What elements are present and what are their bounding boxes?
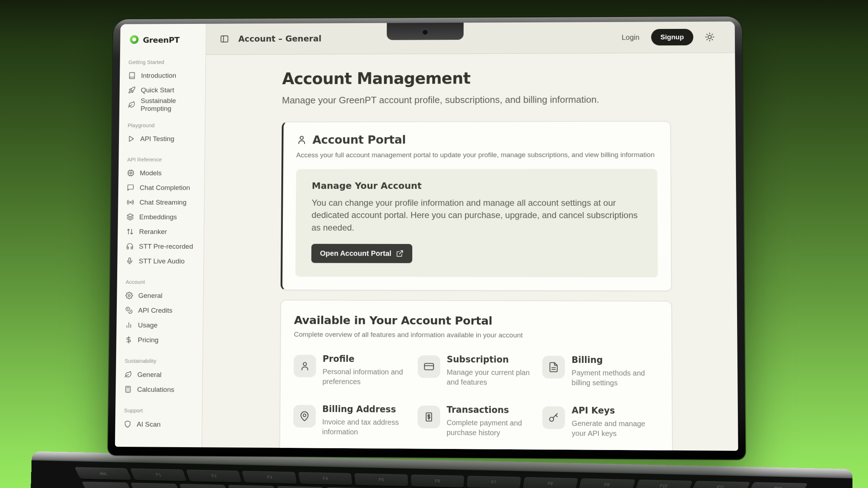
page-breadcrumb-title: Account – General — [238, 34, 322, 43]
sidebar-item-introduction[interactable]: Introduction — [128, 68, 197, 83]
sidebar-item-label: Pricing — [138, 336, 159, 344]
sidebar-toggle-icon[interactable] — [220, 34, 229, 44]
keyboard-key: F11 — [692, 481, 750, 488]
leaf-icon — [124, 371, 132, 378]
sidebar-item-api-credits[interactable]: API Credits — [125, 303, 194, 318]
sidebar-item-label: General — [138, 292, 162, 300]
sidebar-section-getting-started: Getting StartedIntroductionQuick StartSu… — [128, 59, 197, 112]
sidebar-item-stt-pre-recorded[interactable]: STT Pre-recorded — [126, 239, 195, 254]
sidebar-item-general[interactable]: General — [124, 367, 194, 382]
feature-title: Billing Address — [322, 404, 408, 415]
sidebar-item-models[interactable]: Models — [127, 166, 196, 180]
theme-toggle-sun-icon[interactable] — [705, 32, 714, 42]
keyboard-key: esc — [75, 467, 132, 480]
keyboard-key: F6 — [411, 475, 464, 488]
camera-notch — [387, 23, 463, 40]
feature-text: API KeysGenerate and manage your API key… — [572, 405, 659, 439]
sidebar-item-embeddings[interactable]: Embeddings — [126, 210, 195, 224]
user-icon — [296, 134, 307, 145]
sidebar-item-chat-streaming[interactable]: Chat Streaming — [127, 195, 196, 210]
feature-billing: BillingPayment methods and billing setti… — [542, 355, 659, 388]
sidebar-item-label: Sustainable Prompting — [141, 97, 197, 112]
keyboard-key: F9 — [579, 478, 635, 488]
headphones-icon — [126, 243, 134, 250]
feature-profile: ProfilePersonal information and preferen… — [294, 354, 408, 387]
sidebar-item-calculations[interactable]: Calculations — [124, 382, 193, 397]
sidebar-item-stt-live-audio[interactable]: STT Live Audio — [126, 254, 195, 269]
portal-card-title: Account Portal — [312, 133, 406, 147]
credit-card-icon — [418, 355, 440, 378]
manage-account-title: Manage Your Account — [312, 180, 641, 191]
webcam-dot — [422, 29, 428, 35]
page-subtitle: Manage your GreenPT account profile, sub… — [282, 94, 671, 106]
sidebar-section-sustainability: SustainabilityGeneralCalculations — [124, 358, 193, 397]
sidebar-item-sustainable-prompting[interactable]: Sustainable Prompting — [128, 97, 196, 112]
sidebar-item-label: Reranker — [139, 228, 167, 236]
sidebar-section-label: Getting Started — [128, 59, 197, 65]
feature-text: ProfilePersonal information and preferen… — [322, 354, 408, 387]
feature-description: Generate and manage your API keys — [572, 419, 659, 439]
feature-billing-address: Billing AddressInvoice and tax address i… — [293, 404, 408, 437]
feature-api-keys: API KeysGenerate and manage your API key… — [542, 405, 659, 439]
sidebar-item-label: Calculations — [137, 385, 174, 394]
features-grid: ProfilePersonal information and preferen… — [293, 354, 659, 451]
brand-logo[interactable]: GreenPT — [120, 24, 206, 46]
chat-icon — [127, 184, 135, 192]
keyboard-key: F4 — [298, 472, 352, 485]
greenpt-logo-icon — [129, 35, 139, 46]
sidebar-item-label: Introduction — [141, 72, 176, 80]
feature-description: Payment methods and billing settings — [571, 368, 658, 388]
sidebar-item-label: Models — [140, 169, 161, 177]
keyboard-key: 2 — [179, 484, 230, 488]
keyboard-key: 3 — [228, 485, 278, 488]
sidebar-item-general[interactable]: General — [125, 288, 195, 303]
manage-account-body: You can change your profile information … — [311, 197, 642, 234]
features-card-title: Available in Your Account Portal — [294, 313, 658, 328]
mic-icon — [126, 257, 133, 265]
brand-name: GreenPT — [143, 35, 180, 44]
sidebar-section-support: SupportAI Scan — [124, 407, 193, 432]
keyboard-key: 1 — [130, 483, 182, 488]
sidebar-section-label: Playground — [128, 122, 196, 128]
sidebar-nav: Getting StartedIntroductionQuick StartSu… — [115, 46, 205, 432]
keyboard-key: F5 — [354, 473, 408, 486]
sidebar-section-account: AccountGeneralAPI CreditsUsagePricing — [125, 279, 195, 347]
open-account-portal-label: Open Account Portal — [320, 249, 392, 258]
feature-text: SubscriptionManage your current plan and… — [447, 354, 533, 388]
sidebar-item-label: API Credits — [138, 306, 173, 314]
keyboard-key: F3 — [242, 471, 297, 484]
sidebar-item-ai-scan[interactable]: AI Scan — [124, 417, 193, 432]
coins-icon — [125, 307, 133, 314]
topbar: Account – General Login Signup — [206, 21, 735, 55]
sidebar-item-label: STT Pre-recorded — [139, 242, 193, 250]
login-button[interactable]: Login — [622, 33, 639, 42]
rocket-icon — [128, 86, 136, 94]
feature-description: Invoice and tax address information — [322, 417, 408, 437]
feature-title: Transactions — [447, 404, 533, 415]
play-icon — [127, 135, 135, 143]
sidebar-item-label: Embeddings — [139, 213, 177, 221]
portal-card-subtitle: Access your full account management port… — [296, 151, 657, 159]
open-account-portal-button[interactable]: Open Account Portal — [311, 244, 412, 263]
sidebar-item-chat-completion[interactable]: Chat Completion — [127, 180, 195, 195]
keyboard-key: F12 — [748, 482, 808, 488]
feature-title: Subscription — [447, 354, 533, 365]
feature-title: API Keys — [572, 405, 659, 416]
sidebar-item-label: Usage — [138, 321, 158, 329]
sidebar-item-usage[interactable]: Usage — [125, 318, 194, 333]
sidebar-item-reranker[interactable]: Reranker — [126, 224, 195, 239]
calculator-icon — [124, 385, 132, 393]
keyboard-key: 4 — [277, 486, 326, 488]
signup-button[interactable]: Signup — [651, 29, 693, 46]
sidebar-item-label: Quick Start — [141, 86, 174, 94]
file-text-icon — [542, 356, 565, 378]
desktop-background: { "brand":{"name":"GreenPT","logo_color"… — [0, 0, 868, 488]
sidebar-item-quick-start[interactable]: Quick Start — [128, 83, 197, 98]
laptop-screen: GreenPT Getting StartedIntroductionQuick… — [115, 21, 738, 451]
book-icon — [128, 72, 136, 80]
sidebar-section-label: API Reference — [127, 157, 196, 163]
sidebar-section-label: Sustainability — [125, 358, 194, 364]
sidebar-item-api-testing[interactable]: API Testing — [127, 131, 196, 146]
sidebar-item-pricing[interactable]: Pricing — [125, 333, 194, 348]
keyboard-key: ` — [82, 481, 135, 488]
